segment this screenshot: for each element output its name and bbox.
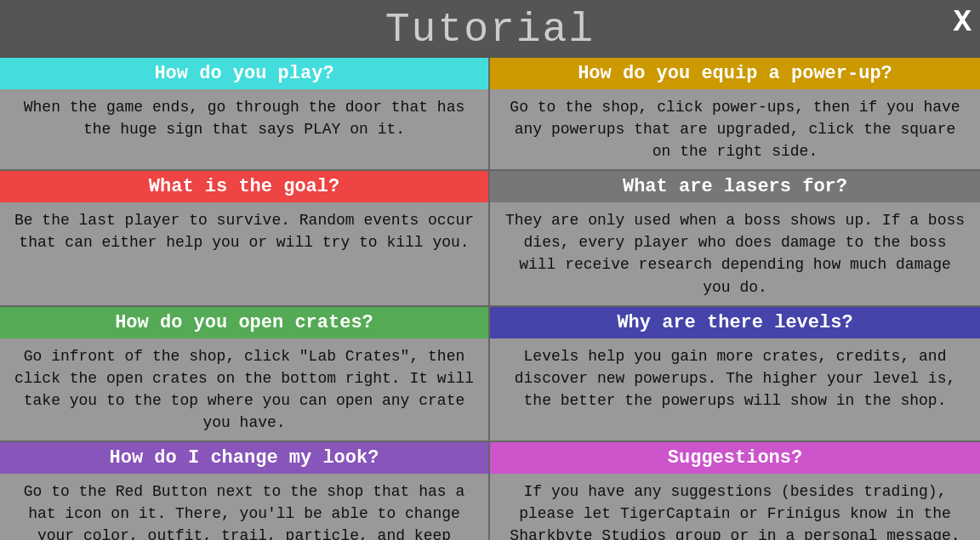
section-why-levels: Why are there levels? Levels help you ga…	[490, 307, 980, 442]
section-how-crates: How do you open crates? Go infront of th…	[0, 307, 490, 442]
section-what-lasers-body: They are only used when a boss shows up.…	[490, 202, 980, 304]
tutorial-grid: How do you play? When the game ends, go …	[0, 58, 980, 540]
section-what-goal-body: Be the last player to survive. Random ev…	[0, 202, 488, 304]
section-what-lasers-header: What are lasers for?	[490, 171, 980, 202]
section-how-look-body: Go to the Red Button next to the shop th…	[0, 474, 488, 540]
section-how-equip: How do you equip a power-up? Go to the s…	[490, 58, 980, 171]
section-suggestions-header: Suggestions?	[490, 442, 980, 474]
page-header: Tutorial X	[0, 0, 980, 58]
page-title: Tutorial	[0, 7, 980, 53]
section-what-goal: What is the goal? Be the last player to …	[0, 171, 490, 306]
section-suggestions: Suggestions? If you have any suggestions…	[490, 442, 980, 540]
section-how-play-body: When the game ends, go through the door …	[0, 89, 488, 169]
section-how-look: How do I change my look? Go to the Red B…	[0, 442, 490, 540]
section-what-goal-header: What is the goal?	[0, 171, 488, 202]
close-button[interactable]: X	[953, 5, 971, 40]
section-how-look-header: How do I change my look?	[0, 442, 488, 474]
section-what-lasers: What are lasers for? They are only used …	[490, 171, 980, 306]
section-how-equip-header: How do you equip a power-up?	[490, 58, 980, 89]
section-how-equip-body: Go to the shop, click power-ups, then if…	[490, 89, 980, 169]
section-why-levels-body: Levels help you gain more crates, credit…	[490, 338, 980, 441]
section-how-crates-header: How do you open crates?	[0, 307, 488, 338]
section-why-levels-header: Why are there levels?	[490, 307, 980, 338]
section-how-play-header: How do you play?	[0, 58, 488, 89]
section-suggestions-body: If you have any suggestions (besides tra…	[490, 474, 980, 540]
section-how-crates-body: Go infront of the shop, click "Lab Crate…	[0, 338, 488, 441]
section-how-play: How do you play? When the game ends, go …	[0, 58, 490, 171]
